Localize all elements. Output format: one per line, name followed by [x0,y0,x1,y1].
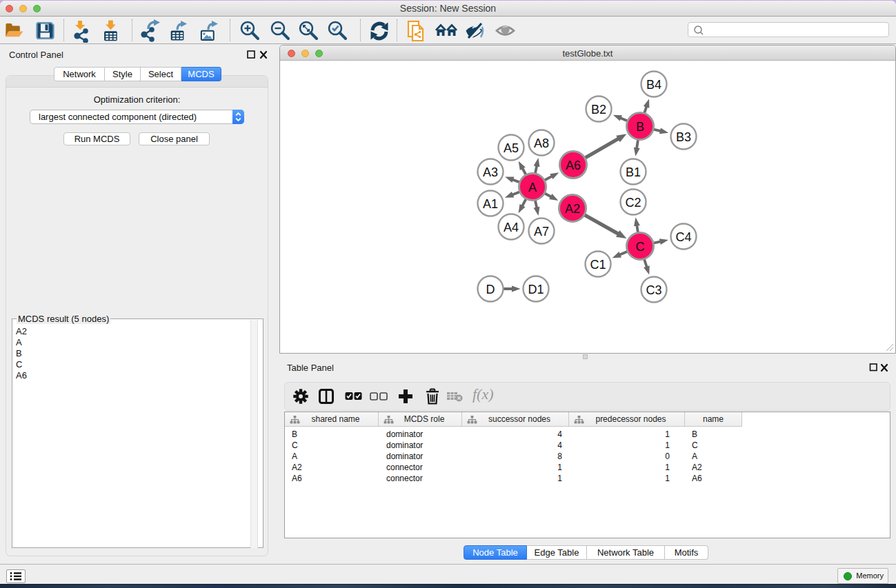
svg-text:D: D [486,283,495,296]
svg-text:C: C [636,240,645,254]
svg-text:A7: A7 [534,225,549,239]
svg-text:A5: A5 [504,141,519,155]
svg-text:A4: A4 [504,221,519,234]
svg-text:B1: B1 [626,165,641,179]
svg-text:B4: B4 [646,78,661,92]
svg-text:A: A [528,181,537,194]
svg-text:A2: A2 [565,202,580,216]
svg-text:A8: A8 [534,136,549,150]
svg-text:B: B [636,120,644,134]
svg-text:A1: A1 [483,197,498,211]
svg-text:B3: B3 [676,130,691,144]
svg-text:A3: A3 [483,165,498,179]
svg-text:A6: A6 [566,159,581,172]
svg-text:B2: B2 [591,103,606,116]
svg-text:C4: C4 [675,230,691,244]
svg-text:C3: C3 [646,283,661,297]
svg-text:D1: D1 [528,283,544,296]
svg-text:C2: C2 [625,196,641,210]
svg-text:C1: C1 [590,258,606,272]
